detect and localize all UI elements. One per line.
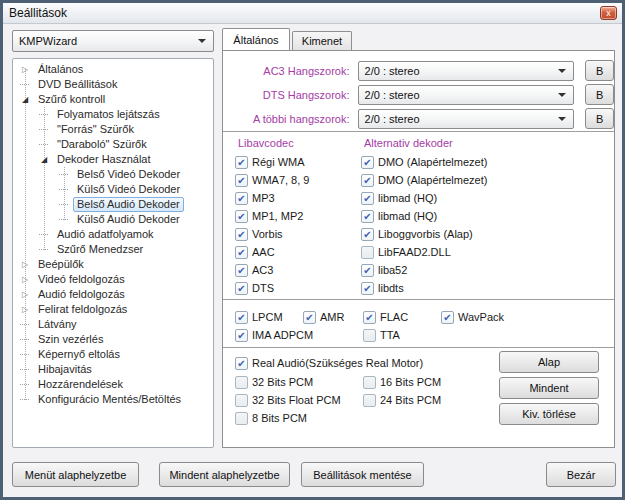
tree-item-konfigur-cio-ment-s-bet-lt-s[interactable]: Konfigurácio Mentés/Betöltés [13, 392, 213, 407]
tree-item-forr-s-sz-r-k[interactable]: "Forrás" Szürők [13, 122, 213, 137]
other-speakers-label: A többi hangszorok: [223, 113, 350, 125]
default-button[interactable]: Alap [499, 351, 599, 373]
tree-item-vide-feldolgoz-s[interactable]: ▷Videó feldolgozás [13, 272, 213, 287]
reset-all-button[interactable]: Mindent alaphelyzetbe [159, 462, 290, 487]
decoder-libfaad2-dll[interactable]: LibFAAD2.DLL [361, 243, 487, 261]
tree-item-k-perny-eltol-s[interactable]: Képernyő eltolás [13, 347, 213, 362]
close-icon[interactable]: x [600, 6, 617, 20]
codec-flac[interactable]: ✔FLAC [363, 308, 441, 326]
ac3-speakers-select[interactable]: 2/0 : stereo [358, 61, 575, 81]
tree-item-k-ls-audi-dekoder[interactable]: Külső Audió Dekoder [13, 212, 213, 227]
decoder-dmo-alap-rtelmezet[interactable]: ✔DMO (Alapértelmezet) [361, 153, 487, 171]
collapse-icon[interactable]: ◢ [38, 152, 50, 167]
alternative-decoder-list: ✔DMO (Alapértelmezet)✔DMO (Alapértelmeze… [361, 153, 487, 297]
unchecked-checkbox-icon [235, 412, 248, 425]
tree-item-be-p-l-k[interactable]: ▷Beépülők [13, 257, 213, 272]
codec-ima-adpcm[interactable]: ✔IMA ADPCM [235, 326, 303, 344]
tree-item-felirat-feldolgoz-s[interactable]: ▷Felirat feldolgozás [13, 302, 213, 317]
decoder-libdts[interactable]: ✔libdts [361, 279, 487, 297]
codec-mp3[interactable]: ✔MP3 [235, 189, 309, 207]
pcm-32-bits-float-pcm[interactable]: 32 Bits Float PCM [235, 391, 363, 409]
select-all-button[interactable]: Mindent [499, 377, 599, 399]
codec-amr[interactable]: ✔AMR [303, 308, 363, 326]
checked-checkbox-icon: ✔ [235, 282, 248, 295]
chevron-down-icon [558, 69, 566, 73]
tree-item-dvd-be-llit-sok[interactable]: DVD Beállitások [13, 77, 213, 92]
tree-item-label: Belső Videó Dekoder [73, 167, 184, 182]
tree-item-dekoder-haszn-lat[interactable]: ◢Dekoder Használat [13, 152, 213, 167]
decoder-libmad-hq[interactable]: ✔libmad (HQ) [361, 189, 487, 207]
grid-cell: TTA [363, 326, 441, 344]
tree-item-audi-adatfolyamok[interactable]: Audió adatfolyamok [13, 227, 213, 242]
save-settings-button[interactable]: Beállitások mentése [301, 462, 424, 487]
expand-icon[interactable]: ▷ [19, 272, 31, 287]
expand-icon[interactable]: ▷ [19, 62, 31, 77]
other-b-button[interactable]: B [585, 108, 614, 129]
tree-joint [58, 167, 70, 182]
pcm-16-bits-pcm[interactable]: 16 Bits PCM [363, 373, 483, 391]
clear-selection-button[interactable]: Kiv. törlése [499, 403, 599, 425]
tree-item-l-tv-ny[interactable]: Látvány [13, 317, 213, 332]
expand-icon[interactable]: ▷ [19, 257, 31, 272]
expand-icon[interactable]: ▷ [19, 302, 31, 317]
tree-item-sz-r-kontroll[interactable]: ◢Szűrő kontroll [13, 92, 213, 107]
tab-kimenet[interactable]: Kimenet [292, 31, 352, 50]
tree-item-audi-feldolgoz-s[interactable]: ▷Audió feldolgozás [13, 287, 213, 302]
codec-r-gi-wma[interactable]: ✔Régi WMA [235, 153, 309, 171]
expand-icon[interactable]: ▷ [19, 287, 31, 302]
codec-wma7-8-9[interactable]: ✔WMA7, 8, 9 [235, 171, 309, 189]
codec-vorbis[interactable]: ✔Vorbis [235, 225, 309, 243]
collapse-icon[interactable]: ◢ [19, 92, 31, 107]
titlebar[interactable]: Beállitások x [3, 3, 622, 24]
decoder-libmad-hq[interactable]: ✔libmad (HQ) [361, 207, 487, 225]
ac3-b-button[interactable]: B [585, 60, 614, 81]
close-button[interactable]: Bezár [546, 462, 616, 487]
pcm-32-bits-pcm[interactable]: 32 Bits PCM [235, 373, 363, 391]
checkbox-label: AMR [320, 311, 344, 323]
other-speakers-select[interactable]: 2/0 : stereo [358, 109, 575, 129]
pcm-24-bits-pcm[interactable]: 24 Bits PCM [363, 391, 483, 409]
tree-item-folyamatos-lej-tsz-s[interactable]: Folyamatos lejátszás [13, 107, 213, 122]
tree-item-szin-vez-rl-s[interactable]: Szin vezérlés [13, 332, 213, 347]
decoder-liba52[interactable]: ✔liba52 [361, 261, 487, 279]
checkbox-label: 32 Bits Float PCM [252, 394, 341, 406]
profile-select[interactable]: KMPWizard [12, 30, 214, 52]
tree-item-label: DVD Beállitások [34, 77, 121, 92]
checked-checkbox-icon: ✔ [235, 210, 248, 223]
pcm-8-bits-pcm[interactable]: 8 Bits PCM [235, 409, 363, 427]
checked-checkbox-icon: ✔ [361, 264, 374, 277]
dts-b-button[interactable]: B [585, 84, 614, 105]
codec-dts[interactable]: ✔DTS [235, 279, 309, 297]
reset-menu-button[interactable]: Menüt alaphelyzetbe [12, 462, 139, 487]
dts-speakers-select[interactable]: 2/0 : stereo [358, 85, 575, 105]
codec-lpcm[interactable]: ✔LPCM [235, 308, 303, 326]
extra-codec-row: ✔LPCM✔AMR✔FLAC✔WavPack [235, 308, 614, 326]
checkbox-label: Liboggvorbis (Alap) [378, 228, 473, 240]
codec-tta[interactable]: TTA [363, 326, 441, 344]
grid-cell [441, 326, 561, 344]
tree-joint [19, 77, 31, 92]
ac3-speakers-value: 2/0 : stereo [365, 65, 420, 77]
tree-item-sz-r-menedzser[interactable]: Szűrő Menedzser [13, 242, 213, 257]
tree-item-ltal-nos[interactable]: ▷Általános [13, 62, 213, 77]
checked-checkbox-icon: ✔ [235, 174, 248, 187]
checked-checkbox-icon: ✔ [361, 156, 374, 169]
codec-ac3[interactable]: ✔AC3 [235, 261, 309, 279]
codec-wavpack[interactable]: ✔WavPack [441, 308, 561, 326]
decoder-dmo-alap-rtelmezet[interactable]: ✔DMO (Alapértelmezet) [361, 171, 487, 189]
tree-joint [38, 122, 50, 137]
codec-mp1-mp2[interactable]: ✔MP1, MP2 [235, 207, 309, 225]
tree-item-bels-vide-dekoder[interactable]: Belső Videó Dekoder [13, 167, 213, 182]
tree-item-darabol-sz-r-k[interactable]: "Daraboló" Szürők [13, 137, 213, 152]
tree-item-label: Dekoder Használat [53, 152, 155, 167]
dts-speakers-label: DTS Hangszorok: [223, 89, 350, 101]
checkbox-label: 24 Bits PCM [380, 394, 441, 406]
tree-item-bels-audi-dekoder[interactable]: Belső Audió Dekoder [13, 197, 213, 212]
decoder-liboggvorbis-alap[interactable]: ✔Liboggvorbis (Alap) [361, 225, 487, 243]
tree-item-hibajavit-s[interactable]: Hibajavitás [13, 362, 213, 377]
tree-item-hozz-rendel-sek[interactable]: Hozzárendelések [13, 377, 213, 392]
tab-altalanos[interactable]: Általános [222, 28, 290, 50]
window-title: Beállitások [9, 6, 67, 20]
tree-item-k-ls-vide-dekoder[interactable]: Külső Videó Dekoder [13, 182, 213, 197]
codec-aac[interactable]: ✔AAC [235, 243, 309, 261]
